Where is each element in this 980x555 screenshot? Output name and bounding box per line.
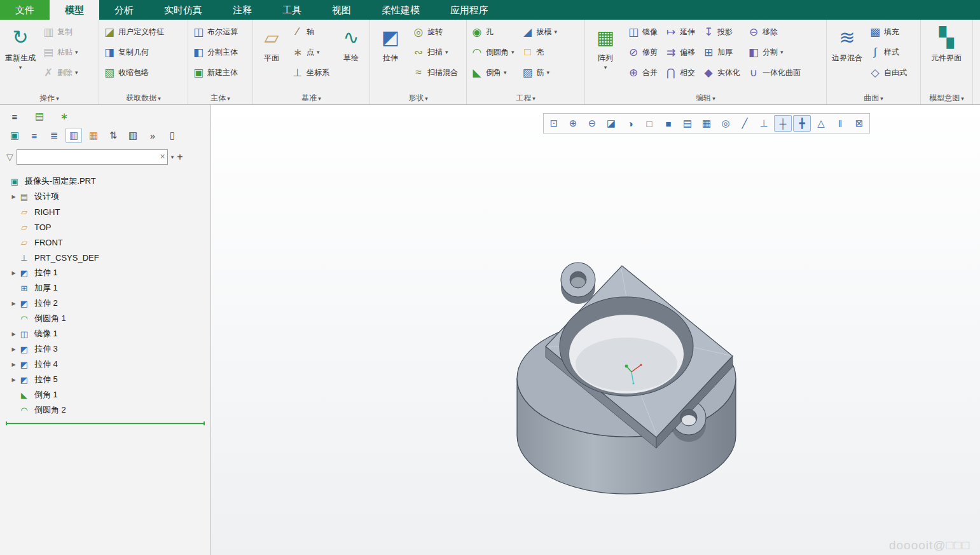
- expand-arrow-icon[interactable]: ▶: [9, 377, 18, 383]
- group-label-editing[interactable]: 编辑▾: [585, 93, 826, 104]
- list-columns-icon[interactable]: ▥: [66, 128, 82, 143]
- perspective-icon[interactable]: ◎: [717, 115, 735, 132]
- ribbon-button[interactable]: ⊘ 修剪 ▾: [625, 42, 661, 62]
- group-label-operations[interactable]: 操作▾: [0, 93, 99, 104]
- ribbon-button[interactable]: ▩ 填充 ▾: [867, 22, 911, 42]
- expand-arrow-icon[interactable]: ▶: [9, 346, 18, 352]
- shaded-icon[interactable]: ■: [659, 115, 677, 132]
- ribbon-button[interactable]: ◫ 布尔运算 ▾: [190, 22, 242, 42]
- ribbon-button[interactable]: ⋂ 相交 ▾: [663, 62, 699, 83]
- ribbon-button[interactable]: ↧ 投影 ▾: [700, 22, 744, 42]
- regenerate-button[interactable]: ↻ 重新生成 ▾: [2, 22, 39, 71]
- extrude-button[interactable]: ◩ 拉伸: [372, 22, 409, 64]
- ribbon-button[interactable]: ◢ 拔模 ▾: [520, 22, 562, 42]
- ribbon-button[interactable]: ◨ 复制几何 ▾: [101, 42, 168, 62]
- menu-tab[interactable]: 文件: [0, 0, 50, 20]
- tree-item[interactable]: ▶ ◩ 拉伸 1: [0, 265, 210, 280]
- pattern-button[interactable]: ▦ 阵列 ▾: [587, 22, 624, 71]
- sketch-button[interactable]: ∿ 草绘: [335, 22, 368, 64]
- ribbon-button[interactable]: ◪ 用户定义特征 ▾: [101, 22, 168, 42]
- ribbon-button[interactable]: ◧ 分割 ▾: [745, 42, 804, 62]
- ribbon-button[interactable]: ∪ 一体化曲面 ▾: [745, 62, 804, 83]
- menu-tab[interactable]: 视图: [317, 0, 366, 20]
- ribbon-button[interactable]: ≈ 扫描混合 ▾: [410, 62, 462, 83]
- zoom-in-icon[interactable]: ⊕: [564, 115, 582, 132]
- plane-button[interactable]: ▱ 平面: [255, 22, 288, 64]
- group-label-body[interactable]: 主体▾: [188, 93, 252, 104]
- group-label-model-intent[interactable]: 模型意图▾: [921, 93, 972, 104]
- ribbon-button[interactable]: ⊖ 移除 ▾: [745, 22, 804, 42]
- menu-tab[interactable]: 工具: [267, 0, 317, 20]
- tree-item[interactable]: ▶ ▱ TOP: [0, 219, 210, 235]
- menu-tab[interactable]: 注释: [217, 0, 267, 20]
- tree-notes-icon[interactable]: ▯: [164, 128, 181, 143]
- menu-tab[interactable]: 柔性建模: [366, 0, 435, 20]
- ribbon-button[interactable]: ▥ 复制 ▾: [40, 22, 82, 42]
- favorites-icon[interactable]: ∗: [56, 109, 72, 124]
- tree-display-icon[interactable]: ▣: [6, 128, 23, 143]
- group-label-engineering[interactable]: 工程▾: [467, 93, 584, 104]
- tree-item[interactable]: ▶ ◩ 拉伸 2: [0, 296, 210, 311]
- saved-orientations-icon[interactable]: ▤: [679, 115, 696, 132]
- tree-item[interactable]: ▶ ◠ 倒圆角 2: [0, 402, 210, 418]
- filter-clear-icon[interactable]: ×: [160, 151, 165, 162]
- tree-item[interactable]: ▶ ⊥ PRT_CSYS_DEF: [0, 250, 210, 265]
- tree-filter-input[interactable]: [17, 149, 168, 165]
- ribbon-button[interactable]: ◇ 自由式 ▾: [867, 62, 911, 83]
- menu-tab[interactable]: 分析: [99, 0, 149, 20]
- folder-browser-icon[interactable]: ▤: [31, 109, 48, 124]
- zoom-out-icon[interactable]: ⊖: [583, 115, 601, 132]
- refit-icon[interactable]: ⊡: [545, 115, 563, 132]
- expand-arrow-icon[interactable]: ▶: [9, 331, 18, 337]
- datum-display-icon[interactable]: ⊥: [755, 115, 773, 132]
- column-display-icon[interactable]: ▥: [125, 128, 141, 143]
- menu-tab[interactable]: 模型: [50, 0, 99, 20]
- tree-item[interactable]: ▶ ◩ 拉伸 5: [0, 372, 210, 387]
- ribbon-button[interactable]: ∾ 扫描 ▾: [410, 42, 462, 62]
- ribbon-button[interactable]: □ 壳 ▾: [520, 42, 562, 62]
- sort-icon[interactable]: ⇅: [105, 128, 121, 143]
- warning-icon[interactable]: △: [812, 115, 830, 132]
- tree-item[interactable]: ▶ ▤ 设计项: [0, 189, 210, 204]
- ribbon-button[interactable]: ▨ 筋 ▾: [520, 62, 562, 83]
- group-label-shapes[interactable]: 形状▾: [370, 93, 466, 104]
- filter-add-icon[interactable]: +: [177, 152, 183, 162]
- graphics-canvas[interactable]: ⊡ ⊕ ⊖ ◪ ◑ □ ■: [211, 105, 980, 555]
- expand-arrow-icon[interactable]: ▶: [9, 301, 18, 306]
- ribbon-button[interactable]: ◉ 孔 ▾: [469, 22, 518, 42]
- ribbon-button[interactable]: ⊥ 坐标系 ▾: [289, 62, 333, 83]
- tree-item[interactable]: ▶ ▱ RIGHT: [0, 204, 210, 219]
- tree-item[interactable]: ▶ ◫ 镜像 1: [0, 326, 210, 341]
- expand-arrow-icon[interactable]: ▶: [9, 270, 18, 276]
- expand-arrow-icon[interactable]: ▶: [9, 194, 18, 200]
- ribbon-button[interactable]: ∫ 样式 ▾: [867, 42, 911, 62]
- pause-icon[interactable]: ‖: [831, 115, 849, 132]
- ribbon-button[interactable]: ⇉ 偏移 ▾: [663, 42, 699, 62]
- tree-item[interactable]: ▶ ▱ FRONT: [0, 235, 210, 250]
- view-manager-icon[interactable]: ▦: [698, 115, 715, 132]
- group-label-surfaces[interactable]: 曲面▾: [827, 93, 920, 104]
- ribbon-button[interactable]: ◣ 倒角 ▾: [469, 62, 518, 83]
- ribbon-button[interactable]: ⊞ 加厚 ▾: [700, 42, 744, 62]
- ribbon-button[interactable]: ▤ 粘贴 ▾: [40, 42, 82, 62]
- ribbon-button[interactable]: ▧ 收缩包络 ▾: [101, 62, 168, 83]
- component-interface-button[interactable]: ▚ 元件界面: [923, 22, 970, 64]
- model-tree-toggle-icon[interactable]: ≡: [6, 109, 23, 124]
- ribbon-button[interactable]: ∕ 轴 ▾: [289, 22, 333, 42]
- wireframe-icon[interactable]: □: [640, 115, 658, 132]
- highlight-items-icon[interactable]: ▦: [85, 128, 102, 143]
- dragger-icon[interactable]: ╋: [793, 115, 811, 132]
- tree-item[interactable]: ▶ ◣ 倒角 1: [0, 387, 210, 402]
- ribbon-button[interactable]: ◧ 分割主体 ▾: [190, 42, 242, 62]
- shading-style-icon[interactable]: ◑: [621, 115, 639, 132]
- tree-item[interactable]: ▶ ⊞ 加厚 1: [0, 280, 210, 296]
- ribbon-button[interactable]: ⊕ 合并 ▾: [625, 62, 661, 83]
- annotation-display-icon[interactable]: ╱: [736, 115, 754, 132]
- expand-arrow-icon[interactable]: ▶: [9, 362, 18, 367]
- list-plain-icon[interactable]: ≡: [26, 128, 43, 143]
- filter-dropdown-icon[interactable]: ▾: [171, 154, 174, 160]
- group-label-get-data[interactable]: 获取数据▾: [99, 93, 188, 104]
- ribbon-button[interactable]: ◎ 旋转 ▾: [410, 22, 462, 42]
- tree-root-item[interactable]: ▣ 摄像头-固定架.PRT: [0, 174, 210, 189]
- spin-center-icon[interactable]: ┼: [774, 115, 792, 132]
